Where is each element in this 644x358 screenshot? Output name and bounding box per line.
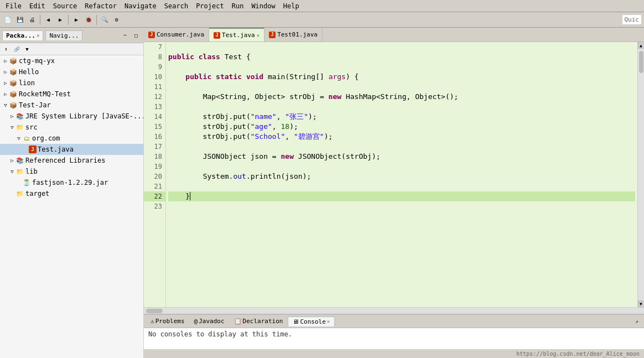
sidebar-header: Packa... ✕ Navig... ─ □	[0, 28, 143, 43]
close-package-icon[interactable]: ✕	[37, 33, 39, 38]
minimize-sidebar-btn[interactable]: ─	[120, 30, 130, 40]
console-close-icon[interactable]: ✕	[327, 319, 330, 324]
tree-item-rocketmq[interactable]: ▷ 📦 RocketMQ-Test	[0, 89, 143, 100]
menu-help[interactable]: Help	[280, 1, 303, 11]
code-editor[interactable]: 7 8 9 10 11 12 13 14 15 16 17 18 19 20 2…	[144, 42, 644, 307]
toolbar-back[interactable]: ◀	[43, 14, 54, 25]
toolbar-search[interactable]: 🔍	[99, 14, 110, 25]
scroll-thumb[interactable]	[639, 51, 643, 73]
quick-access-input[interactable]: Quic	[622, 14, 642, 25]
maximize-sidebar-btn[interactable]: □	[131, 30, 141, 40]
toggle-fj	[15, 179, 22, 186]
tree-item-reflibs[interactable]: ▷ 📚 Referenced Libraries	[0, 155, 143, 166]
right-scrollbar[interactable]: ▲ ▼	[637, 42, 644, 307]
menu-project[interactable]: Project	[193, 1, 227, 11]
link-editor-btn[interactable]: 🔗	[12, 44, 22, 54]
tree-item-lib[interactable]: ▽ 📁 lib	[0, 166, 143, 177]
tab-problems[interactable]: ⚠ Problems	[146, 317, 190, 326]
sidebar: Packa... ✕ Navig... ─ □ ⬆ 🔗 ▼ ▷ 📦 ctg-mq…	[0, 28, 144, 358]
sidebar-toolbar: ⬆ 🔗 ▼	[0, 43, 143, 55]
editor-tabs: J Consumer.java J Test.java ✕ J Test01.j…	[144, 28, 644, 42]
tab-declaration[interactable]: 📋 Declaration	[230, 317, 288, 326]
sidebar-tab-package[interactable]: Packa... ✕	[2, 30, 43, 40]
toggle-orgcom[interactable]: ▽	[15, 135, 22, 142]
toolbar-run[interactable]: ▶	[71, 14, 82, 25]
menu-navigate[interactable]: Navigate	[121, 1, 160, 11]
declaration-label: Declaration	[243, 318, 283, 325]
tree-item-ctg[interactable]: ▷ 📦 ctg-mq-yx	[0, 55, 143, 66]
scroll-up-btn[interactable]: ▲	[638, 42, 645, 49]
tab-console[interactable]: 🖥 Console ✕	[288, 317, 335, 326]
tree-item-testjava[interactable]: J Test.java	[0, 144, 143, 155]
tab-javadoc[interactable]: @ Javadoc	[190, 317, 230, 326]
menu-source[interactable]: Source	[50, 1, 80, 11]
sidebar-content: ▷ 📦 ctg-mq-yx ▷ 📦 Hello ▷ 📦 lion ▷ 📦 Roc…	[0, 55, 143, 358]
toggle-ctg[interactable]: ▷	[2, 58, 9, 64]
tree-item-fastjson[interactable]: 🫙 fastjson-1.2.29.jar	[0, 177, 143, 188]
label-target: target	[25, 190, 49, 198]
sidebar-tab-navigate[interactable]: Navig...	[45, 30, 82, 40]
tree-item-jre[interactable]: ▷ 📚 JRE System Library [JavaSE-...	[0, 111, 143, 122]
ln-21: 21	[144, 181, 165, 191]
tab-test[interactable]: J Test.java ✕	[209, 28, 264, 41]
scroll-down-btn[interactable]: ▼	[638, 300, 645, 307]
h-scroll-thumb[interactable]	[146, 309, 163, 313]
tab-consumer[interactable]: J Consumer.java	[144, 28, 209, 41]
toolbar-settings[interactable]: ⚙	[111, 14, 122, 25]
toggle-testjar[interactable]: ▽	[2, 102, 9, 108]
declaration-icon: 📋	[234, 318, 242, 325]
view-menu-btn[interactable]: ▼	[22, 44, 32, 54]
toggle-rocketmq[interactable]: ▷	[2, 91, 9, 97]
icon-target: 📁	[15, 189, 24, 198]
toolbar-debug[interactable]: 🐞	[83, 14, 94, 25]
code-content[interactable]: public class Test { public static void m…	[166, 42, 637, 307]
toolbar-forward[interactable]: ▶	[55, 14, 66, 25]
test-tab-close[interactable]: ✕	[257, 33, 259, 38]
menu-edit[interactable]: Edit	[26, 1, 49, 11]
tree-item-target[interactable]: 📁 target	[0, 188, 143, 199]
toolbar-save[interactable]: 💾	[14, 14, 25, 25]
console-label: Console	[300, 318, 325, 325]
toolbar-new[interactable]: 📄	[2, 14, 13, 25]
h-scrollbar[interactable]	[144, 307, 644, 314]
menu-refactor[interactable]: Refactor	[81, 1, 120, 11]
collapse-all-btn[interactable]: ⬆	[1, 44, 11, 54]
code-line-13	[168, 102, 635, 112]
toggle-lib[interactable]: ▽	[9, 168, 15, 175]
ln-10: 10	[144, 72, 165, 82]
toolbar-print[interactable]: 🖨	[27, 14, 38, 25]
problems-icon: ⚠	[150, 318, 154, 325]
menu-search[interactable]: Search	[161, 1, 191, 11]
menu-window[interactable]: Window	[248, 1, 278, 11]
toolbar-sep3	[96, 15, 97, 25]
toggle-lion[interactable]: ▷	[2, 80, 9, 86]
console-open-btn[interactable]: ↗	[632, 317, 642, 326]
menu-file[interactable]: File	[2, 1, 25, 11]
ln-16: 16	[144, 132, 165, 142]
menu-run[interactable]: Run	[228, 1, 247, 11]
main-area: Packa... ✕ Navig... ─ □ ⬆ 🔗 ▼ ▷ 📦 ctg-mq…	[0, 28, 644, 358]
code-line-9	[168, 62, 635, 72]
icon-reflibs: 📚	[15, 156, 24, 165]
code-line-12: Map<String, Object> strObj = new HashMap…	[168, 92, 635, 102]
javadoc-icon: @	[194, 318, 198, 325]
tree-item-hello[interactable]: ▷ 📦 Hello	[0, 66, 143, 77]
tree-item-src[interactable]: ▽ 📁 src	[0, 122, 143, 133]
ln-23: 23	[144, 201, 165, 211]
icon-src: 📁	[15, 123, 24, 132]
ln-12: 12	[144, 92, 165, 102]
editor-column: J Consumer.java J Test.java ✕ J Test01.j…	[144, 28, 644, 358]
tree-item-orgcom[interactable]: ▽ 🗂 org.com	[0, 133, 143, 144]
icon-ctg: 📦	[9, 56, 18, 65]
tree-item-testjar[interactable]: ▽ 📦 Test-Jar	[0, 100, 143, 111]
toggle-hello[interactable]: ▷	[2, 69, 9, 75]
code-line-8: public class Test {	[168, 52, 635, 62]
toggle-rl[interactable]: ▷	[9, 157, 15, 164]
toggle-jre[interactable]: ▷	[9, 113, 15, 120]
label-testjar: Test-Jar	[19, 101, 51, 109]
code-line-22: }▏	[168, 191, 635, 201]
editor-area: J Consumer.java J Test.java ✕ J Test01.j…	[144, 28, 644, 314]
tab-test01[interactable]: J Test01.java	[264, 28, 323, 41]
toggle-src[interactable]: ▽	[9, 124, 15, 131]
tree-item-lion[interactable]: ▷ 📦 lion	[0, 77, 143, 89]
